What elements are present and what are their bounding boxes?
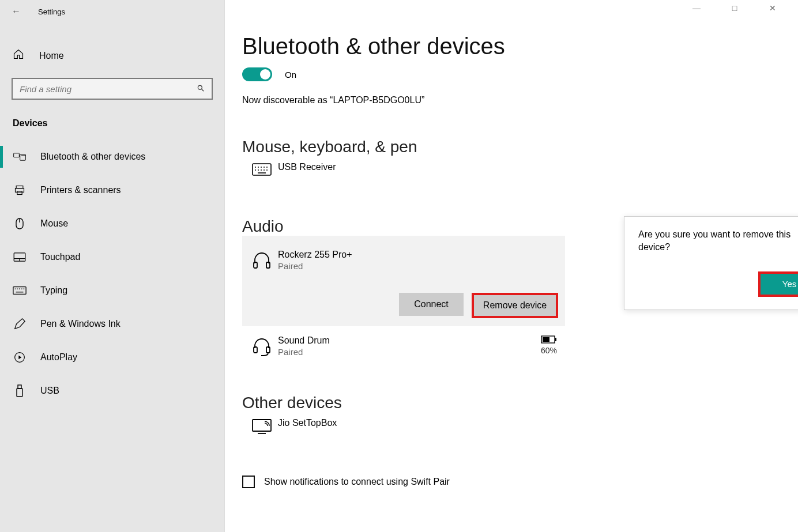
svg-rect-5 (16, 186, 23, 188)
keyboard-device-icon (246, 162, 278, 176)
sidebar-item-label: AutoPlay (40, 352, 77, 363)
sidebar-item-label: Pen & Windows Ink (40, 319, 121, 329)
device-jio-settopbox[interactable]: Jio SetTopBox (242, 412, 798, 440)
sidebar-item-label: Touchpad (40, 252, 80, 262)
sidebar-item-bluetooth[interactable]: Bluetooth & other devices (0, 140, 224, 173)
device-label: Jio SetTopBox (278, 418, 337, 428)
svg-rect-13 (13, 287, 26, 295)
sidebar-item-usb[interactable]: USB (0, 374, 224, 408)
svg-rect-43 (253, 420, 271, 431)
maximize-icon[interactable]: □ (723, 3, 746, 13)
section-mouse-title: Mouse, keyboard, & pen (242, 138, 798, 156)
svg-rect-23 (17, 388, 22, 397)
bluetooth-toggle-row: On (242, 67, 798, 81)
svg-rect-7 (17, 191, 22, 195)
mouse-icon (13, 217, 27, 230)
search-icon (197, 84, 205, 94)
sidebar-item-printers[interactable]: Printers & scanners (0, 173, 224, 207)
popup-text: Are you sure you want to remove this dev… (638, 228, 798, 254)
bluetooth-toggle[interactable] (242, 67, 272, 81)
headphones-icon (246, 250, 278, 269)
main-content: — □ ✕ Bluetooth & other devices On Now d… (225, 0, 798, 532)
headset-icon (246, 335, 278, 356)
svg-rect-37 (266, 262, 270, 268)
device-label: USB Receiver (278, 162, 336, 172)
close-icon[interactable]: ✕ (761, 3, 784, 13)
page-title: Bluetooth & other devices (242, 33, 798, 59)
yes-button-highlight: Yes (758, 271, 798, 297)
home-nav[interactable]: Home (0, 40, 224, 71)
sidebar-item-typing[interactable]: Typing (0, 274, 224, 307)
swift-pair-row: Show notifications to connect using Swif… (242, 476, 798, 488)
swift-pair-label: Show notifications to connect using Swif… (264, 477, 450, 487)
selected-device-rockerz[interactable]: Rockerz 255 Pro+ Paired Connect Remove d… (242, 236, 565, 326)
keyboard-icon (13, 286, 27, 295)
home-label: Home (39, 51, 64, 61)
search-input[interactable] (20, 84, 197, 94)
popup-actions: Yes (638, 271, 798, 297)
svg-point-0 (198, 85, 202, 89)
svg-rect-38 (254, 347, 257, 353)
sidebar-item-label: Printers & scanners (40, 185, 121, 195)
remove-button-highlight: Remove device (472, 293, 558, 318)
autoplay-icon (13, 352, 27, 363)
device-actions: Connect Remove device (242, 293, 565, 318)
svg-rect-2 (14, 153, 20, 157)
sidebar-section-header: Devices (0, 110, 224, 137)
connect-button[interactable]: Connect (399, 293, 464, 316)
svg-rect-36 (254, 262, 257, 268)
touchpad-icon (13, 252, 27, 262)
window-controls: — □ ✕ (685, 3, 798, 13)
home-icon (13, 48, 25, 63)
battery-percent: 60% (541, 346, 557, 355)
sidebar-item-mouse[interactable]: Mouse (0, 207, 224, 240)
sidebar-item-touchpad[interactable]: Touchpad (0, 240, 224, 274)
usb-icon (13, 384, 27, 397)
device-label: Rockerz 255 Pro+ (278, 250, 352, 260)
device-status: Paired (278, 347, 330, 357)
section-other-title: Other devices (242, 394, 798, 412)
window-title: Settings (38, 7, 65, 16)
sidebar-item-label: USB (40, 386, 59, 396)
sidebar-item-autoplay[interactable]: AutoPlay (0, 341, 224, 374)
minimize-icon[interactable]: — (685, 3, 708, 13)
sidebar-nav: Bluetooth & other devices Printers & sca… (0, 140, 224, 408)
sidebar-item-label: Typing (40, 285, 67, 296)
battery-status: 60% (541, 335, 557, 355)
device-usb-receiver[interactable]: USB Receiver (242, 156, 798, 182)
swift-pair-checkbox[interactable] (242, 476, 255, 488)
printer-icon (13, 184, 27, 196)
sidebar-item-pen[interactable]: Pen & Windows Ink (0, 307, 224, 341)
sidebar: ← Settings Home Devices Bluetooth & othe… (0, 0, 225, 532)
yes-button[interactable]: Yes (761, 274, 798, 295)
back-arrow-icon[interactable]: ← (12, 6, 21, 17)
remove-device-popup: Are you sure you want to remove this dev… (624, 216, 798, 310)
sidebar-item-label: Bluetooth & other devices (40, 152, 145, 162)
titlebar: ← Settings (0, 0, 224, 23)
svg-line-1 (202, 89, 204, 91)
battery-icon (541, 335, 557, 344)
svg-rect-24 (253, 164, 271, 175)
device-label: Sound Drum (278, 335, 330, 346)
bluetooth-toggle-label: On (285, 70, 296, 80)
search-box[interactable] (12, 78, 213, 100)
svg-rect-22 (18, 385, 21, 388)
svg-rect-6 (16, 188, 24, 193)
display-cast-icon (246, 418, 278, 434)
remove-device-button[interactable]: Remove device (474, 295, 556, 316)
svg-rect-41 (555, 338, 556, 341)
svg-rect-3 (20, 154, 26, 160)
device-status: Paired (278, 261, 352, 271)
discoverable-text: Now discoverable as “LAPTOP-B5DGO0LU” (242, 95, 798, 105)
svg-rect-42 (543, 337, 549, 342)
sidebar-item-label: Mouse (40, 218, 68, 229)
bluetooth-devices-icon (13, 152, 27, 161)
device-sound-drum[interactable]: Sound Drum Paired 60% (242, 326, 565, 361)
pen-icon (13, 318, 27, 330)
svg-marker-21 (18, 356, 21, 360)
svg-rect-39 (266, 347, 270, 353)
